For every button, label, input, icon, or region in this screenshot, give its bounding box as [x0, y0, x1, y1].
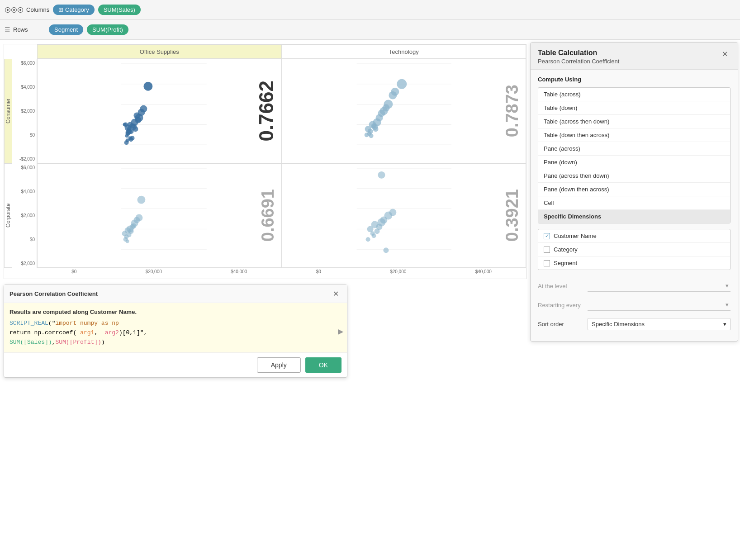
- compute-pane-across[interactable]: Pane (across): [538, 142, 730, 156]
- apply-button[interactable]: Apply: [257, 357, 301, 373]
- ok-button[interactable]: OK: [305, 357, 342, 373]
- compute-using-label: Compute Using: [538, 76, 731, 83]
- at-the-level-row: At the level ▾: [531, 276, 738, 295]
- axis-0: $0: [12, 133, 35, 138]
- svg-point-25: [129, 137, 133, 142]
- axis-2000: $2,000: [12, 109, 35, 114]
- svg-point-89: [383, 247, 389, 253]
- segment-axis: Consumer Corporate: [4, 44, 12, 279]
- svg-point-87: [371, 233, 376, 238]
- right-panel-header: Table Calculation Pearson Correlation Co…: [531, 43, 738, 70]
- svg-point-71: [131, 223, 137, 228]
- dimension-customer-name[interactable]: Customer Name: [538, 229, 730, 243]
- consumer-row-label: Consumer: [4, 59, 12, 163]
- shelf-area: ⦿⦿⦿ Columns ⊞ Category SUM(Sales) ☰ Rows…: [0, 0, 740, 40]
- compute-pane-down-then-across[interactable]: Pane (down then across): [538, 183, 730, 196]
- svg-point-69: [137, 196, 145, 204]
- corr-value-corporate-tech: 0.3921: [503, 189, 522, 242]
- code-keyword: SCRIPT_REAL: [9, 320, 48, 327]
- code-sum-sales: SUM([Sales]): [9, 339, 52, 346]
- code-paren1: (": [48, 320, 56, 327]
- rows-label: ☰ Rows: [5, 26, 45, 33]
- office-supplies-header: Office Supplies: [37, 44, 282, 59]
- customer-name-label: Customer Name: [554, 233, 597, 239]
- x-0-tech: $0: [316, 269, 321, 274]
- axis-2000-corp: $2,000: [12, 213, 35, 218]
- corner-top: [4, 44, 12, 59]
- compute-table-down[interactable]: Table (down): [538, 101, 730, 115]
- compute-table-across[interactable]: Table (across): [538, 88, 730, 101]
- restarting-every-dropdown-wrapper[interactable]: ▾: [588, 299, 731, 311]
- svg-point-51: [391, 88, 399, 96]
- category-label: Category: [554, 246, 578, 253]
- at-the-level-dropdown-wrapper[interactable]: ▾: [588, 280, 731, 292]
- right-panel-close-button[interactable]: ✕: [719, 49, 731, 59]
- columns-shelf: ⦿⦿⦿ Columns ⊞ Category SUM(Sales): [0, 0, 740, 20]
- sum-sales-pill[interactable]: SUM(Sales): [98, 5, 141, 15]
- x-20k-office: $20,000: [146, 269, 162, 274]
- svg-point-26: [126, 129, 131, 135]
- compute-pane-across-then-down[interactable]: Pane (across then down): [538, 169, 730, 183]
- code-sum-profit: SUM([Profit]): [55, 339, 101, 346]
- svg-point-70: [126, 239, 129, 243]
- code-bracket: )[0,1]",: [119, 329, 147, 336]
- compute-list: Table (across) Table (down) Table (acros…: [538, 87, 731, 223]
- at-the-level-chevron: ▾: [726, 282, 729, 289]
- scroll-right-arrow: ▶: [334, 323, 347, 339]
- svg-point-22: [123, 123, 127, 126]
- axis-6000-corp: $6,000: [12, 165, 35, 170]
- svg-point-49: [373, 126, 378, 132]
- scatter-corporate-tech: [282, 164, 526, 267]
- svg-point-48: [369, 133, 373, 138]
- main-container: ⦿⦿⦿ Columns ⊞ Category SUM(Sales) ☰ Rows…: [0, 0, 740, 560]
- compute-specific-dimensions[interactable]: Specific Dimensions: [538, 210, 730, 223]
- code-close-paren: ): [101, 339, 105, 346]
- main-grid: Office Supplies Technology $6,000 $4,000…: [12, 44, 526, 279]
- svg-point-68: [128, 228, 134, 234]
- restarting-every-row: Restarting every ▾: [531, 295, 738, 314]
- segment-checkbox[interactable]: [544, 260, 550, 266]
- rows-text: Rows: [13, 26, 28, 33]
- category-pill[interactable]: ⊞ Category: [53, 5, 94, 15]
- svg-point-86: [389, 209, 396, 216]
- bottom-panel-close-button[interactable]: ✕: [330, 289, 342, 299]
- sum-profit-pill[interactable]: SUM(Profit): [87, 24, 128, 35]
- cell-consumer-office: 0.7662: [37, 59, 282, 163]
- corr-value-consumer-tech: 0.7873: [503, 85, 522, 137]
- sort-order-dropdown[interactable]: Specific Dimensions ▾: [588, 318, 731, 330]
- right-panel-title: Table Calculation: [538, 49, 619, 57]
- corporate-row-label: Corporate: [4, 163, 12, 268]
- compute-pane-down[interactable]: Pane (down): [538, 156, 730, 169]
- sort-order-row: Sort order Specific Dimensions ▾: [531, 314, 738, 334]
- chart-container: Consumer Corporate Office Supplies Techn…: [0, 40, 530, 551]
- compute-table-across-then-down[interactable]: Table (across then down): [538, 115, 730, 128]
- dimension-segment[interactable]: Segment: [538, 256, 730, 270]
- viz-wrapper: Consumer Corporate Office Supplies Techn…: [4, 44, 527, 279]
- segment-pill[interactable]: Segment: [49, 24, 83, 35]
- corner-cell: [12, 44, 37, 59]
- corr-consumer-office: 0.7662: [255, 59, 278, 163]
- corr-corporate-tech: 0.3921: [503, 164, 522, 267]
- scatter-corporate-office: [38, 164, 281, 267]
- cell-consumer-tech: 0.7873: [282, 59, 527, 163]
- sort-order-label: Sort order: [538, 321, 583, 327]
- category-checkbox[interactable]: [544, 247, 550, 253]
- compute-table-down-then-across[interactable]: Table (down then across): [538, 128, 730, 142]
- restarting-every-dropdown[interactable]: [588, 299, 731, 310]
- results-text: Results are computed along Customer Name…: [9, 308, 342, 315]
- corr-consumer-tech: 0.7873: [503, 59, 522, 163]
- svg-point-88: [365, 237, 370, 242]
- columns-text: Columns: [26, 6, 49, 13]
- x-axis-corner: [12, 268, 37, 279]
- dimension-category[interactable]: Category: [538, 243, 730, 256]
- at-the-level-dropdown[interactable]: [588, 280, 731, 291]
- columns-icon: ⦿⦿⦿: [5, 6, 24, 14]
- sort-order-chevron: ▾: [723, 321, 726, 327]
- corr-value-corporate-office: 0.6691: [258, 189, 278, 242]
- compute-using-section: Compute Using Table (across) Table (down…: [531, 70, 738, 276]
- customer-name-checkbox[interactable]: [544, 233, 550, 239]
- compute-cell[interactable]: Cell: [538, 196, 730, 210]
- svg-point-47: [397, 79, 407, 89]
- svg-point-13: [133, 126, 138, 132]
- svg-point-29: [126, 138, 129, 142]
